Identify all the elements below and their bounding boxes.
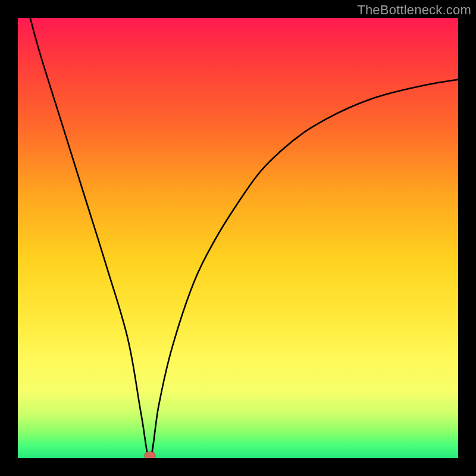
chart-frame: TheBottleneck.com [0,0,476,476]
curve-path-group [18,18,458,458]
minimum-marker [145,452,155,458]
attribution-text: TheBottleneck.com [357,2,471,18]
curve-layer [18,18,458,458]
plot-area [18,18,458,458]
bottleneck-curve [18,18,458,458]
